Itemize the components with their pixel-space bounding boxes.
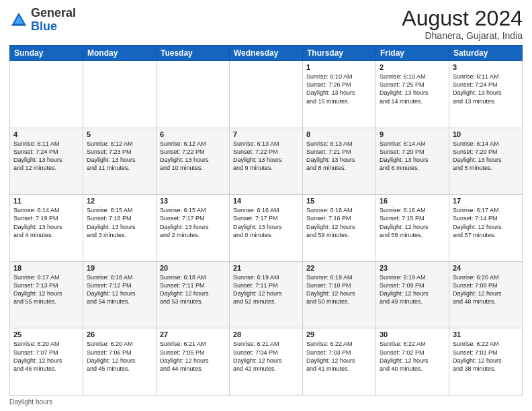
col-wednesday: Wednesday [230,46,303,61]
day-info: Sunrise: 6:12 AM Sunset: 7:23 PM Dayligh… [87,140,152,173]
day-number: 1 [306,63,372,71]
day-info: Sunrise: 6:18 AM Sunset: 7:11 PM Dayligh… [160,273,226,306]
day-info: Sunrise: 6:22 AM Sunset: 7:03 PM Dayligh… [306,340,372,373]
month-year: August 2024 [402,7,523,30]
day-number: 6 [160,130,226,138]
day-info: Sunrise: 6:14 AM Sunset: 7:19 PM Dayligh… [13,206,79,239]
col-saturday: Saturday [449,46,523,61]
table-row: 2Sunrise: 6:10 AM Sunset: 7:25 PM Daylig… [376,61,449,128]
day-info: Sunrise: 6:12 AM Sunset: 7:22 PM Dayligh… [160,140,226,173]
day-number: 26 [87,330,152,338]
table-row: 4Sunrise: 6:11 AM Sunset: 7:24 PM Daylig… [10,128,83,195]
table-row: 5Sunrise: 6:12 AM Sunset: 7:23 PM Daylig… [83,128,157,195]
day-info: Sunrise: 6:20 AM Sunset: 7:08 PM Dayligh… [453,273,519,306]
day-info: Sunrise: 6:11 AM Sunset: 7:24 PM Dayligh… [453,73,519,105]
table-row: 15Sunrise: 6:16 AM Sunset: 7:16 PM Dayli… [303,195,376,262]
day-number: 25 [13,330,79,338]
table-row: 17Sunrise: 6:17 AM Sunset: 7:14 PM Dayli… [449,195,523,262]
table-row: 19Sunrise: 6:18 AM Sunset: 7:12 PM Dayli… [83,261,157,328]
day-info: Sunrise: 6:20 AM Sunset: 7:06 PM Dayligh… [87,340,152,373]
week-row-0: 1Sunrise: 6:10 AM Sunset: 7:26 PM Daylig… [10,61,523,128]
day-number: 14 [233,197,299,205]
table-row: 30Sunrise: 6:22 AM Sunset: 7:02 PM Dayli… [376,328,449,396]
day-info: Sunrise: 6:17 AM Sunset: 7:13 PM Dayligh… [13,273,79,306]
table-row: 26Sunrise: 6:20 AM Sunset: 7:06 PM Dayli… [83,328,157,396]
table-row: 11Sunrise: 6:14 AM Sunset: 7:19 PM Dayli… [10,195,83,262]
table-row: 28Sunrise: 6:21 AM Sunset: 7:04 PM Dayli… [230,328,303,396]
day-number: 27 [160,330,226,338]
footer: Daylight hours [9,398,523,406]
day-info: Sunrise: 6:21 AM Sunset: 7:05 PM Dayligh… [160,340,226,373]
header-row: Sunday Monday Tuesday Wednesday Thursday… [10,46,523,61]
day-info: Sunrise: 6:11 AM Sunset: 7:24 PM Dayligh… [13,140,79,173]
day-number: 16 [380,197,445,205]
day-info: Sunrise: 6:16 AM Sunset: 7:15 PM Dayligh… [380,206,445,239]
col-friday: Friday [376,46,449,61]
table-row: 10Sunrise: 6:14 AM Sunset: 7:20 PM Dayli… [449,128,523,195]
col-sunday: Sunday [10,46,83,61]
day-number: 28 [233,330,299,338]
day-info: Sunrise: 6:10 AM Sunset: 7:25 PM Dayligh… [380,73,445,105]
day-number: 13 [160,197,226,205]
day-number: 19 [87,264,152,272]
day-number: 4 [13,130,79,138]
table-row [83,61,157,128]
day-number: 15 [306,197,372,205]
table-row [230,61,303,128]
logo-general: General [31,6,76,19]
day-info: Sunrise: 6:16 AM Sunset: 7:16 PM Dayligh… [306,206,372,239]
day-number: 7 [233,130,299,138]
day-info: Sunrise: 6:19 AM Sunset: 7:09 PM Dayligh… [380,273,445,306]
week-row-3: 18Sunrise: 6:17 AM Sunset: 7:13 PM Dayli… [10,261,523,328]
daylight-label: Daylight hours [9,398,52,406]
week-row-4: 25Sunrise: 6:20 AM Sunset: 7:07 PM Dayli… [10,328,523,396]
logo-icon [9,11,28,30]
day-number: 2 [380,63,445,71]
table-row: 22Sunrise: 6:19 AM Sunset: 7:10 PM Dayli… [303,261,376,328]
calendar-body: 1Sunrise: 6:10 AM Sunset: 7:26 PM Daylig… [10,61,523,396]
day-number: 11 [13,197,79,205]
day-info: Sunrise: 6:19 AM Sunset: 7:10 PM Dayligh… [306,273,372,306]
table-row: 13Sunrise: 6:15 AM Sunset: 7:17 PM Dayli… [157,195,230,262]
day-info: Sunrise: 6:17 AM Sunset: 7:14 PM Dayligh… [453,206,519,239]
header: General Blue August 2024 Dhanera, Gujara… [9,7,523,41]
day-number: 20 [160,264,226,272]
table-row: 16Sunrise: 6:16 AM Sunset: 7:15 PM Dayli… [376,195,449,262]
day-info: Sunrise: 6:18 AM Sunset: 7:12 PM Dayligh… [87,273,152,306]
table-row: 7Sunrise: 6:13 AM Sunset: 7:22 PM Daylig… [230,128,303,195]
day-number: 9 [380,130,445,138]
table-row: 3Sunrise: 6:11 AM Sunset: 7:24 PM Daylig… [449,61,523,128]
page: General Blue August 2024 Dhanera, Gujara… [0,0,532,411]
day-number: 10 [453,130,519,138]
table-row: 20Sunrise: 6:18 AM Sunset: 7:11 PM Dayli… [157,261,230,328]
table-row: 29Sunrise: 6:22 AM Sunset: 7:03 PM Dayli… [303,328,376,396]
day-number: 17 [453,197,519,205]
day-info: Sunrise: 6:14 AM Sunset: 7:20 PM Dayligh… [453,140,519,173]
day-info: Sunrise: 6:22 AM Sunset: 7:01 PM Dayligh… [453,340,519,373]
day-info: Sunrise: 6:19 AM Sunset: 7:11 PM Dayligh… [233,273,299,306]
logo-blue: Blue [31,19,57,33]
table-row: 9Sunrise: 6:14 AM Sunset: 7:20 PM Daylig… [376,128,449,195]
day-info: Sunrise: 6:15 AM Sunset: 7:17 PM Dayligh… [160,206,226,239]
day-number: 24 [453,264,519,272]
table-row [10,61,83,128]
col-tuesday: Tuesday [157,46,230,61]
day-number: 22 [306,264,372,272]
col-monday: Monday [83,46,157,61]
day-info: Sunrise: 6:10 AM Sunset: 7:26 PM Dayligh… [306,73,372,105]
day-number: 29 [306,330,372,338]
day-number: 23 [380,264,445,272]
day-info: Sunrise: 6:15 AM Sunset: 7:18 PM Dayligh… [87,206,152,239]
day-number: 5 [87,130,152,138]
table-row: 24Sunrise: 6:20 AM Sunset: 7:08 PM Dayli… [449,261,523,328]
day-info: Sunrise: 6:13 AM Sunset: 7:22 PM Dayligh… [233,140,299,173]
title-block: August 2024 Dhanera, Gujarat, India [402,7,523,41]
table-row: 1Sunrise: 6:10 AM Sunset: 7:26 PM Daylig… [303,61,376,128]
week-row-2: 11Sunrise: 6:14 AM Sunset: 7:19 PM Dayli… [10,195,523,262]
day-info: Sunrise: 6:21 AM Sunset: 7:04 PM Dayligh… [233,340,299,373]
day-info: Sunrise: 6:16 AM Sunset: 7:17 PM Dayligh… [233,206,299,239]
day-info: Sunrise: 6:13 AM Sunset: 7:21 PM Dayligh… [306,140,372,173]
logo-text: General Blue [31,7,76,34]
logo: General Blue [9,7,76,34]
day-info: Sunrise: 6:22 AM Sunset: 7:02 PM Dayligh… [380,340,445,373]
